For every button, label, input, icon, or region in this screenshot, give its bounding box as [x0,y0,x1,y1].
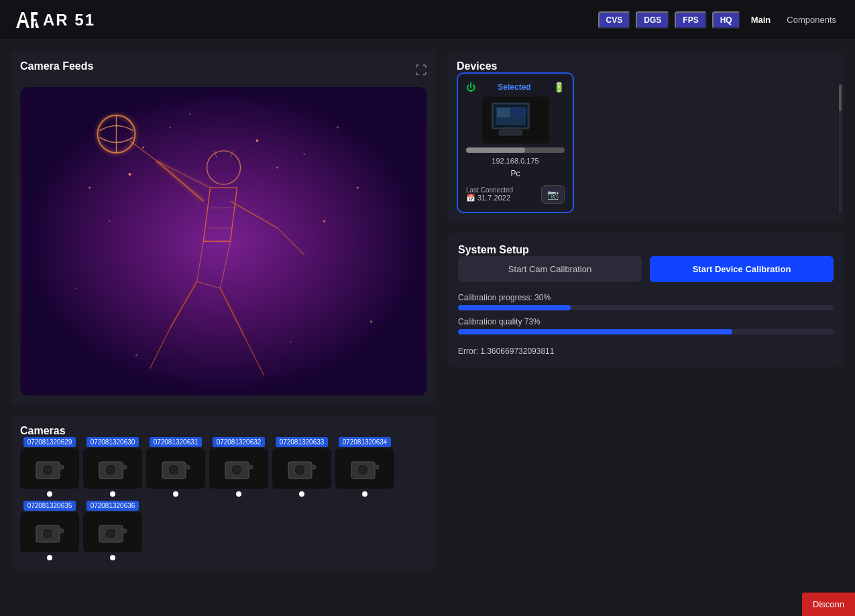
svg-rect-74 [121,529,127,533]
svg-point-53 [170,467,177,473]
camera-status-dot [299,491,304,497]
camera-thumb[interactable] [146,448,205,489]
camera-thumb[interactable] [209,448,268,489]
nav-main-button[interactable]: Main [746,12,777,27]
svg-point-61 [296,467,303,473]
list-item: 072081320631 [146,437,205,497]
calibration-quality-group: Calibration quality 73% [458,317,834,334]
nav-badge-cvs[interactable]: CVS [598,11,631,29]
svg-rect-46 [58,465,64,469]
setup-buttons: Start Cam Calibration Start Device Calib… [458,256,834,282]
camera-status-dot [362,491,367,497]
scrollbar-thumb[interactable] [839,84,842,111]
power-icon: ⏻ [466,82,475,93]
last-connected-date: 📅 31.7.2022 [466,194,513,202]
expand-icon[interactable]: ⛶ [415,64,427,78]
start-device-calibration-button[interactable]: Start Device Calibration [650,256,834,282]
calibration-progress-label: Calibration progress: 30% [458,293,834,302]
nav-badge-dgs[interactable]: DGS [636,11,669,29]
svg-point-41 [135,355,137,357]
camera-feeds-card: Camera Feeds ⛶ [11,51,437,405]
list-item: 072081320629 [20,437,79,497]
svg-point-20 [276,167,278,169]
last-connected-label: Last Connected [466,186,513,194]
camera-icon [96,455,129,482]
camera-badge: 072081320631 [150,437,203,447]
battery-icon: 🔋 [553,82,565,93]
svg-point-45 [44,467,51,473]
svg-rect-78 [497,108,510,117]
camera-icon [159,455,192,482]
list-item: 072081320636 [83,501,142,560]
selected-badge: Selected [498,82,530,92]
device-ip: 192.168.0.175 [492,157,538,165]
svg-point-42 [290,341,292,343]
svg-point-69 [44,530,51,537]
error-text: Error: 1.360669732093811 [458,347,834,356]
camera-snapshot-button[interactable]: 📷 [541,185,565,204]
device-name: Pc [510,169,520,178]
svg-point-65 [359,467,366,473]
camera-thumb[interactable] [83,512,142,552]
svg-point-19 [256,139,259,142]
list-item: 072081320635 [20,501,79,560]
svg-point-22 [89,187,91,189]
pc-icon [489,100,543,140]
svg-point-25 [357,187,359,189]
progress-section: Calibration progress: 30% Calibration qu… [458,293,834,356]
svg-rect-58 [247,465,253,469]
camera-badge: 072081320634 [339,437,392,447]
camera-feeds-title: Camera Feeds [20,60,93,72]
camera-status-dot [236,491,241,497]
camera-status-dot [110,555,115,560]
camera-icon [96,519,129,546]
nav-components-button[interactable]: Components [781,12,842,27]
main-layout: Camera Feeds ⛶ [0,40,855,616]
svg-point-73 [107,530,114,537]
devices-title: Devices [457,60,498,72]
right-panel: Devices ⏻ Selected 🔋 [437,51,844,605]
list-item: 072081320633 [272,437,331,497]
figure-svg [20,87,427,395]
camera-badge: 072081320632 [213,437,266,447]
scrollbar-track[interactable] [839,84,842,213]
logo-icon [13,7,40,34]
svg-point-40 [370,320,373,323]
svg-rect-4 [31,19,36,21]
camera-status-dot [173,491,178,497]
disconnect-button[interactable]: Disconn [802,593,855,616]
camera-badge: 072081320633 [276,437,329,447]
nav-badge-fps[interactable]: FPS [675,11,706,29]
nav-badge-hq[interactable]: HQ [712,11,740,29]
devices-section: Devices ⏻ Selected 🔋 [447,51,844,223]
camera-badge: 072081320635 [23,501,76,511]
svg-rect-81 [506,128,516,131]
svg-point-39 [76,288,77,289]
camera-thumb[interactable] [272,448,331,489]
list-item: 072081320630 [83,437,142,497]
camera-thumb[interactable] [83,448,142,489]
last-connected-info: Last Connected 📅 31.7.2022 [466,186,513,202]
calibration-progress-fill [458,305,571,310]
svg-point-16 [129,173,131,176]
camera-icon [33,455,66,482]
svg-marker-5 [35,21,39,27]
svg-rect-62 [310,465,316,469]
svg-point-38 [337,127,339,129]
camera-thumb[interactable] [20,512,79,552]
calibration-progress-group: Calibration progress: 30% [458,293,834,310]
camera-icon [348,455,382,482]
svg-point-23 [323,220,326,223]
camera-status-dot [47,555,52,560]
camera-feed-image [20,87,427,395]
device-progress-fill [466,147,525,153]
camera-thumb[interactable] [20,448,79,489]
svg-point-18 [170,127,171,128]
calibration-quality-label: Calibration quality 73% [458,317,834,326]
start-cam-calibration-button[interactable]: Start Cam Calibration [458,256,642,282]
header: AR 51 CVS DGS FPS HQ Main Components [0,0,855,40]
camera-thumb[interactable] [335,448,394,489]
svg-rect-3 [31,12,38,15]
list-item: 072081320634 [335,437,394,497]
system-setup-card: System Setup Start Cam Calibration Start… [447,233,844,367]
